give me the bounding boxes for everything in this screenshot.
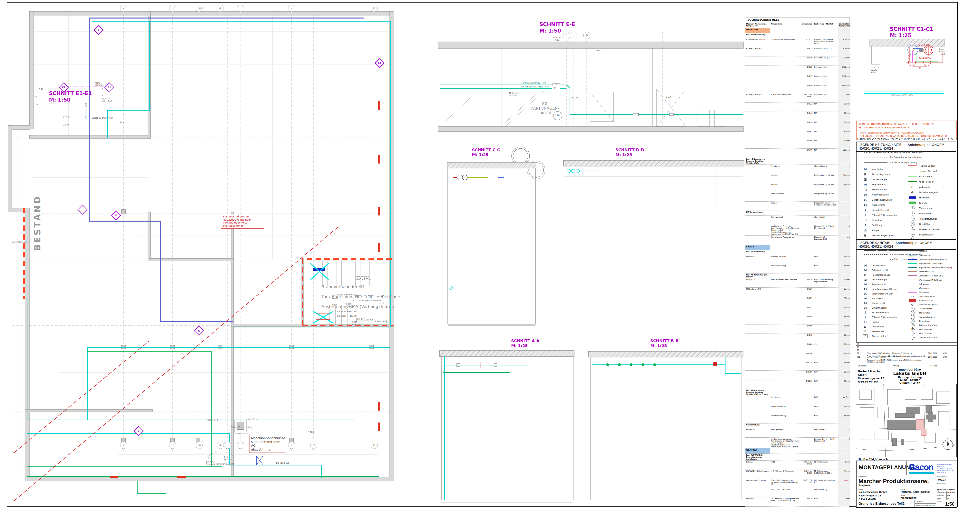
iso-table-row: DN 200 KAU 35 mm [745, 380, 849, 389]
legend-item: PE Druckfühler [908, 319, 952, 323]
iso-cell-medium [745, 75, 770, 84]
legend-item-label: Druckluft [919, 250, 928, 252]
iso-cell-dimension [801, 174, 813, 183]
iso-table-row: Kaltwasser im FB DN 15 bis DN 25 PE-Weic… [745, 460, 849, 470]
solid-line-sample [864, 162, 888, 162]
iso-cell-isolierung: MW [813, 102, 838, 111]
legend-item-label: Regulierventil [872, 283, 886, 285]
legend-item: ⋈ Motorregelventil [861, 192, 898, 197]
legend-heizung-box: LEGENDE HEIZUNG/KÄLTE: in Anlehnung an Ö… [856, 142, 956, 240]
iso-cell-medium [745, 174, 770, 183]
valve-symbol-icon: ⊠ [861, 273, 870, 277]
grid-bubble: 3 [169, 442, 176, 449]
iso-cell-daemm: 70 mm [838, 121, 850, 130]
revision-desc [866, 347, 927, 347]
iso-table-row: DN 150 KAU 35 mm [745, 371, 849, 380]
iso-cell-daemm [838, 250, 850, 255]
legend-item: ⋊ Druckminderer [861, 306, 898, 310]
iso-cell-anwendung: mechanischer Schutz von Rohrleitungen an… [770, 438, 801, 448]
valve-symbol-icon: ◪ [861, 178, 870, 181]
iso-cell-anwendung [770, 75, 801, 84]
legend-item-label: Wasserzähler [872, 335, 886, 337]
iso-cell-anwendung [770, 121, 801, 130]
e1-lvl710: +7,10 [63, 116, 69, 118]
iso-cell-dimension [801, 28, 813, 33]
iso-cell-dimension: DN 15 [801, 47, 813, 56]
iso-cell-dimension [801, 454, 813, 460]
iso-cell-dimension: < DN15 [801, 38, 813, 47]
iso-cell-daemm: 25 mm [838, 297, 850, 306]
iso-cell-daemm [838, 202, 850, 210]
iso-cell-dimension: DN 20 [801, 288, 813, 297]
iso-cell-daemm: 25 mm [838, 288, 850, 297]
iso-cell-dimension [801, 183, 813, 192]
section-cc-title: SCHNITT C-CM: 1:25 [472, 147, 500, 157]
legend-item: ○ Pumpe [861, 320, 898, 324]
iso-table-row: DN 32 MW 50 mm [745, 102, 849, 112]
symbol-icon: ⊖ [908, 303, 917, 306]
iso-cell-anwendung [770, 149, 801, 158]
iso-cell-daemm: 110 mm [838, 149, 850, 158]
legend-item-label: 3 Wege Regelventil [872, 199, 892, 201]
iso-cell-anwendung: WW- u. Zirk.-Rohrleitungen (ausgenommen … [770, 479, 801, 488]
iso-cell-isolierung [813, 315, 838, 324]
iso-cell-dimension [801, 405, 813, 414]
legend-sanitaer-right: Druckluft Regenwasser Regenwasser-Notent… [908, 249, 952, 339]
iso-cell-anwendung: Behälter [770, 183, 801, 192]
valve-symbol-icon: ⋉ [861, 292, 870, 295]
instrument-tag-icon: ME [911, 233, 915, 237]
iso-cell-medium: WP 6/12 °C [745, 255, 770, 264]
iso-cell-medium [745, 371, 770, 380]
legend-item: ⊖ Ausdehnungsgefäss [908, 303, 952, 307]
iso-table-row: Armaturen KAU wie Rohr [745, 396, 849, 405]
legend-item-label: Kugelhahn [872, 168, 883, 170]
legend-item: PI Manometer [908, 311, 952, 315]
valve-symbol-icon: ⋊ [861, 306, 870, 310]
legend-item: ⋈ Absperrventil [861, 263, 898, 268]
iso-cell-daemm: 35 mm [838, 352, 850, 361]
legend-item-label: Druckschalter [919, 332, 932, 334]
iso-cell-dimension [801, 255, 813, 264]
persons-kg-label: KG 30 Personen [356, 318, 373, 321]
iso-table-row: KW/WW/Zirk-Rohrleitungen in GK-Wänden & … [745, 470, 849, 479]
valve-symbol-icon: ⋈ [861, 264, 870, 267]
c1-rw: RW-Freispiegel Ø125 -->2% [891, 94, 913, 97]
iso-cell-isolierung: ohne Isolierung [813, 165, 838, 174]
iso-table-row: Isol. KT-Rohrleitung im Freien: [745, 274, 849, 279]
projektnummer-label: Projektnummer [937, 475, 947, 477]
iso-cell-anwendung [770, 371, 801, 380]
iso-cell-dimension: DN 15 [801, 279, 813, 287]
legend-item-label: Magnetventil [872, 302, 885, 304]
iso-table-row: DN 50 32 mm [745, 325, 849, 334]
c1-rduk: RDUK +6,80 [939, 50, 945, 55]
valve-symbol-icon: ⊥ [861, 213, 870, 217]
iso-cell-dimension [801, 396, 813, 405]
legend-item: TS Temperaturschalter [908, 336, 952, 339]
iso-cell-medium: Isol. KT-Armaturen, Pumpen, Behälter, Ve… [745, 389, 770, 396]
legend-item: Heizung Rücklauf [908, 169, 940, 174]
stamp-row: Bauwerber Norbert Marcher GmbHKasernenga… [856, 364, 957, 384]
iso-table-row: DN 32 Isolierschlauch 9/19 mm [745, 75, 849, 84]
iso-cell-medium [745, 202, 770, 210]
iso-cell-medium [745, 414, 770, 423]
iso-cell-anwendung [770, 245, 801, 250]
valve-symbol-icon: ⊞ [861, 234, 870, 237]
iso-cell-isolierung: Isolierschlauch [813, 75, 838, 84]
legend-item: ◁ Schmutzfänger [861, 187, 898, 192]
cad-value: BAC-MP-GR-EG-1-HKS-F02 [916, 504, 934, 506]
iso-cell-dimension: DN100 [801, 149, 813, 158]
iso-cell-daemm: 4 mm [838, 460, 850, 470]
iso-table-body: HEIZUNG Isol. HZ-Rohrleitung: HZ-Radiato… [745, 28, 849, 506]
iso-cell-medium: Warmwasser/Zirkulation [745, 479, 770, 488]
legend-item: TI Thermometer [908, 307, 952, 311]
iso-cell-dimension [801, 211, 813, 215]
heizzentrale-label: Heizzentrale 03 [10, 241, 27, 243]
iso-cell-anwendung: Speicher, Verteiler [770, 255, 801, 264]
iso-cell-daemm: 6/10mm [838, 56, 850, 65]
iso-cell-medium [745, 264, 770, 273]
iso-cell-daemm: 9 mm [838, 497, 850, 506]
iso-cell-dimension [801, 389, 813, 396]
iso-table-row: Wärmetauscher Fertigisolierung od. MW [745, 192, 849, 202]
section-e1-title: SCHNITT E1-E1M: 1:50 [49, 90, 92, 103]
legend-item: ▭ Hydrantenkasten [908, 294, 952, 298]
